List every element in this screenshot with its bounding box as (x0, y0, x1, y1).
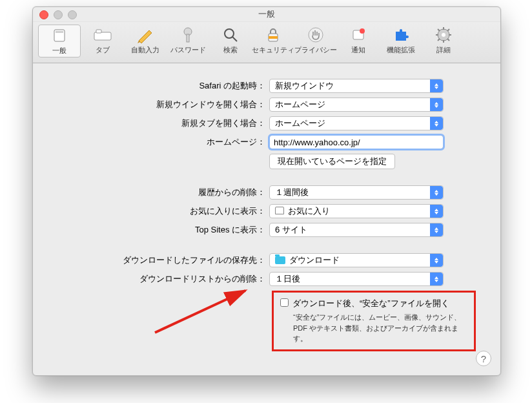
svg-rect-1 (56, 31, 63, 33)
tab-security[interactable]: セキュリティ (252, 25, 294, 57)
popup-dlloc[interactable]: ダウンロード (269, 253, 444, 267)
tab-passwords-label: パスワード (170, 45, 206, 55)
label-homepage: ホームページ： (52, 136, 269, 148)
content-area: Safari の起動時： 新規ウインドウ 新規ウインドウを開く場合： ホームペー… (33, 63, 500, 364)
svg-point-14 (442, 33, 445, 37)
bell-icon (348, 26, 369, 44)
svg-rect-5 (187, 34, 189, 42)
tab-search[interactable]: 検索 (210, 25, 251, 57)
window-title: 一般 (33, 7, 500, 21)
tab-privacy[interactable]: プライバシー (295, 25, 336, 57)
set-current-page-label: 現在開いているページを指定 (278, 156, 387, 167)
puzzle-icon (391, 26, 411, 44)
popup-dlremove-value: １日後 (275, 273, 300, 285)
folder-icon (275, 256, 285, 264)
chevron-updown-icon (430, 79, 443, 92)
popup-history-value: １週間後 (275, 187, 309, 198)
traffic-lights (39, 10, 77, 19)
close-icon[interactable] (39, 10, 48, 19)
chevron-updown-icon (430, 273, 443, 285)
label-newwin: 新規ウインドウを開く場合： (52, 99, 269, 110)
popup-favorites[interactable]: お気に入り (269, 204, 444, 218)
tab-notifications-label: 通知 (351, 45, 365, 55)
zoom-icon[interactable] (68, 10, 77, 19)
help-icon: ? (481, 353, 486, 364)
minimize-icon[interactable] (54, 10, 63, 19)
svg-line-19 (438, 29, 440, 31)
tab-general-label: 一般 (52, 46, 66, 56)
tab-notifications[interactable]: 通知 (338, 25, 379, 57)
set-current-page-button[interactable]: 現在開いているページを指定 (269, 154, 395, 169)
svg-line-20 (447, 39, 449, 41)
chevron-updown-icon (430, 98, 443, 111)
label-topsites: Top Sites に表示： (52, 224, 269, 236)
tab-passwords[interactable]: パスワード (167, 25, 209, 57)
tab-security-label: セキュリティ (252, 45, 294, 55)
tab-tabs[interactable]: タブ (82, 25, 123, 57)
tab-extensions[interactable]: 機能拡張 (380, 25, 422, 57)
popup-dlremove[interactable]: １日後 (269, 272, 444, 286)
key-icon (178, 26, 198, 44)
preferences-toolbar: 一般 タブ 自動入力 パスワード (33, 22, 500, 63)
lock-icon (263, 26, 283, 44)
safe-files-description: “安全な”ファイルには、ムービー、画像、サウンド、PDF やテキスト書類、および… (293, 312, 467, 344)
svg-line-21 (438, 39, 440, 41)
safe-files-checkbox-input[interactable] (280, 298, 289, 307)
gear-icon (433, 26, 454, 44)
popup-launch-value: 新規ウインドウ (275, 80, 334, 92)
tab-advanced-label: 詳細 (436, 45, 451, 55)
chevron-updown-icon (430, 186, 443, 199)
chevron-updown-icon (430, 205, 443, 218)
popup-newtab[interactable]: ホームページ (269, 116, 444, 130)
popup-history[interactable]: １週間後 (269, 185, 444, 200)
svg-point-12 (360, 28, 365, 34)
popup-newwin[interactable]: ホームページ (269, 98, 444, 112)
tab-privacy-label: プライバシー (294, 45, 337, 55)
label-history: 履歴からの削除： (52, 187, 269, 198)
chevron-updown-icon (430, 223, 443, 236)
label-dlloc: ダウンロードしたファイルの保存先： (52, 254, 269, 266)
chevron-updown-icon (430, 254, 443, 267)
tab-autofill-label: 自動入力 (131, 45, 159, 55)
tab-advanced[interactable]: 詳細 (423, 25, 464, 57)
label-favorites: お気に入りに表示： (52, 205, 269, 217)
homepage-input[interactable] (269, 135, 444, 149)
autofill-icon (135, 26, 156, 44)
svg-rect-3 (96, 30, 101, 33)
tab-extensions-label: 機能拡張 (387, 45, 415, 55)
popup-topsites-value: 6 サイト (275, 224, 307, 236)
popup-newwin-value: ホームページ (275, 99, 325, 110)
popup-newtab-value: ホームページ (275, 118, 325, 129)
label-launch: Safari の起動時： (52, 80, 269, 92)
preferences-window: 一般 一般 タブ 自動入力 (32, 6, 501, 376)
svg-line-7 (232, 37, 237, 41)
safe-files-checkbox[interactable]: ダウンロード後、“安全な”ファイルを開く (280, 298, 467, 309)
search-icon (220, 26, 241, 44)
tabs-icon (92, 26, 113, 44)
popup-dlloc-value: ダウンロード (289, 254, 340, 266)
tab-tabs-label: タブ (96, 45, 110, 55)
tab-autofill[interactable]: 自動入力 (125, 25, 166, 57)
tab-search-label: 検索 (223, 45, 238, 55)
titlebar: 一般 (33, 7, 500, 22)
label-dlremove: ダウンロードリストからの削除： (52, 273, 269, 285)
safe-files-highlight: ダウンロード後、“安全な”ファイルを開く “安全な”ファイルには、ムービー、画像… (272, 291, 476, 351)
svg-rect-9 (269, 36, 278, 39)
popup-topsites[interactable]: 6 サイト (269, 223, 444, 237)
tab-general[interactable]: 一般 (38, 25, 81, 57)
svg-line-22 (447, 29, 449, 31)
safe-files-checkbox-label: ダウンロード後、“安全な”ファイルを開く (292, 298, 449, 309)
help-button[interactable]: ? (476, 351, 491, 366)
popup-favorites-value: お気に入り (288, 205, 330, 217)
general-icon (49, 26, 70, 45)
hand-icon (305, 26, 326, 44)
popup-launch[interactable]: 新規ウインドウ (269, 79, 444, 93)
book-icon (275, 207, 288, 216)
svg-rect-2 (94, 32, 111, 40)
label-newtab: 新規タブを開く場合： (52, 118, 269, 129)
svg-point-6 (225, 29, 234, 38)
chevron-updown-icon (430, 117, 443, 130)
